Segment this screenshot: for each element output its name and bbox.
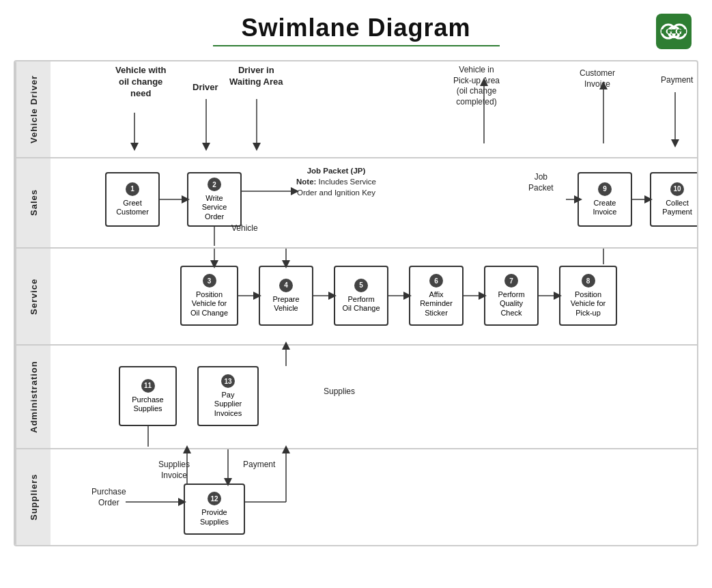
lane-content-administration: 11 PurchaseSupplies 13 PaySupplierInvoic… — [51, 346, 697, 448]
proc-label-1: GreetCustomer — [116, 199, 149, 216]
supplies-invoice-text: SuppliesInvoice — [158, 460, 190, 481]
proc-label-3: PositionVehicle forOil Change — [190, 290, 228, 318]
process-12: 12 ProvideSupplies — [184, 484, 245, 535]
driver-waiting-text: Driver inWaiting Area — [229, 65, 283, 88]
proc-label-5: PerformOil Change — [342, 295, 380, 313]
proc-num-8: 8 — [582, 274, 595, 288]
process-13: 13 PaySupplierInvoices — [197, 366, 259, 426]
lane-sales: Sales 1 GreetCustomer 2 WriteServiceOrde… — [15, 158, 697, 249]
proc-num-3: 3 — [203, 274, 216, 288]
proc-num-7: 7 — [504, 274, 518, 288]
process-5: 5 PerformOil Change — [334, 266, 388, 326]
job-packet-label: JobPacket — [528, 172, 554, 193]
payment-supplier-text: Payment — [243, 460, 275, 471]
process-6: 6 AffixReminderSticker — [409, 266, 464, 326]
logo-icon: G G G — [656, 14, 692, 49]
purchase-order-text: PurchaseOrder — [91, 487, 126, 508]
vehicle-label: Vehicle — [231, 223, 258, 234]
header: Swimlane Diagram G G G — [14, 14, 698, 46]
lane-label-sales: Sales — [15, 158, 51, 247]
driver-text: Driver — [193, 82, 218, 94]
process-1: 1 GreetCustomer — [105, 172, 160, 227]
process-8: 8 PositionVehicle forPick-up — [559, 266, 617, 326]
lane-service: Service 3 PositionVehicle forOil Change … — [15, 249, 697, 346]
lane-label-administration: Administration — [15, 346, 51, 448]
proc-label-9: CreateInvoice — [593, 199, 617, 216]
lane-content-service: 3 PositionVehicle forOil Change 4 Prepar… — [51, 249, 697, 344]
lane-content-suppliers: PurchaseOrder SuppliesInvoice Payment 12… — [51, 449, 697, 545]
lane-label-service: Service — [15, 249, 51, 344]
supplies-label: Supplies — [324, 387, 355, 397]
proc-num-11: 11 — [141, 379, 155, 393]
page-container: Swimlane Diagram G G G Vehicle Driver Ve… — [0, 0, 712, 588]
process-7: 7 PerformQualityCheck — [484, 266, 539, 326]
lane-suppliers: Suppliers PurchaseOrder SuppliesInvoice … — [15, 449, 697, 545]
lane-label-vehicle-driver: Vehicle Driver — [15, 61, 51, 157]
customer-invoice-text: CustomerInvoice — [580, 68, 615, 89]
proc-num-6: 6 — [429, 274, 443, 288]
process-10: 10 CollectPayment — [650, 172, 698, 227]
job-packet-note: Job Packet (JP) Note: Includes ServiceOr… — [296, 165, 376, 198]
title-underline — [213, 45, 500, 46]
proc-label-2: WriteServiceOrder — [202, 194, 227, 221]
lane-label-suppliers: Suppliers — [15, 449, 51, 545]
proc-num-2: 2 — [208, 178, 221, 191]
lane-content-sales: 1 GreetCustomer 2 WriteServiceOrder 9 Cr… — [51, 158, 697, 247]
proc-num-5: 5 — [354, 279, 368, 292]
process-2: 2 WriteServiceOrder — [187, 172, 242, 227]
swimlane-diagram: Vehicle Driver Vehicle withoil changenee… — [14, 60, 698, 546]
process-9: 9 CreateInvoice — [578, 172, 632, 227]
process-3: 3 PositionVehicle forOil Change — [180, 266, 238, 326]
vehicle-oil-change-text: Vehicle withoil changeneed — [115, 65, 166, 100]
proc-num-9: 9 — [598, 182, 612, 196]
proc-num-4: 4 — [279, 279, 293, 292]
proc-label-6: AffixReminderSticker — [420, 290, 453, 318]
payment-vd-text: Payment — [661, 75, 693, 86]
lane-administration: Administration 11 PurchaseSupplies 13 Pa… — [15, 346, 697, 449]
vehicle-pickup-text: Vehicle inPick-up Area(oil changecomplet… — [453, 65, 500, 107]
lane-vehicle-driver: Vehicle Driver Vehicle withoil changenee… — [15, 61, 697, 158]
proc-num-10: 10 — [670, 182, 684, 196]
proc-label-10: CollectPayment — [662, 199, 692, 216]
proc-label-11: PurchaseSupplies — [132, 395, 163, 413]
proc-num-1: 1 — [126, 182, 139, 196]
svg-text:G: G — [675, 26, 682, 36]
proc-label-13: PaySupplierInvoices — [214, 391, 242, 418]
proc-num-13: 13 — [221, 374, 235, 388]
proc-label-8: PositionVehicle forPick-up — [571, 290, 606, 318]
svg-text:G: G — [666, 26, 672, 36]
process-11: 11 PurchaseSupplies — [119, 366, 177, 426]
proc-label-7: PerformQualityCheck — [498, 290, 524, 318]
page-title: Swimlane Diagram — [14, 14, 698, 42]
proc-num-12: 12 — [208, 492, 221, 505]
lane-content-vehicle-driver: Vehicle withoil changeneed Driver Driver… — [51, 61, 697, 157]
process-4: 4 PrepareVehicle — [259, 266, 313, 326]
proc-label-4: PrepareVehicle — [272, 295, 299, 313]
arrows-suppliers — [51, 449, 697, 545]
proc-label-12: ProvideSupplies — [200, 508, 229, 526]
